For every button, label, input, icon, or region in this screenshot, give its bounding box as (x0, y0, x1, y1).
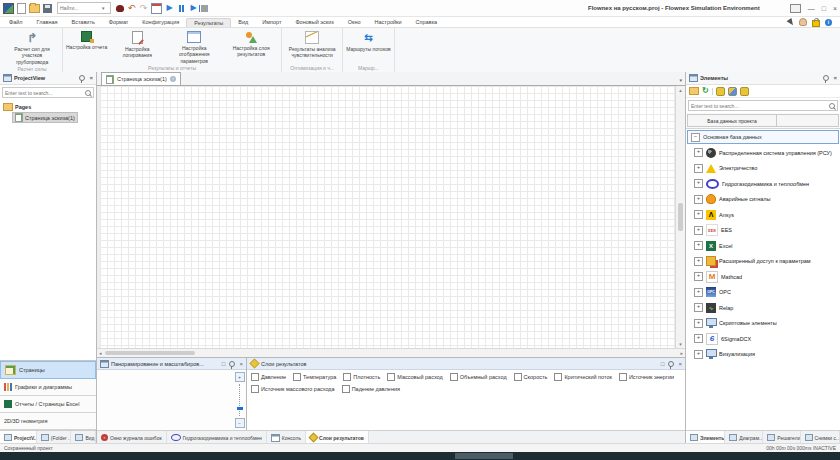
project-search-input[interactable] (5, 90, 74, 96)
main-database-row[interactable]: − Основная база данных (687, 130, 839, 144)
element-category-row[interactable]: +6SigmaDCX (686, 331, 840, 347)
checkbox-icon[interactable] (387, 373, 395, 381)
hand-icon[interactable] (799, 18, 807, 26)
checkbox-icon[interactable] (343, 373, 351, 381)
minimize-button[interactable]: — (808, 5, 815, 12)
vertical-scrollbar[interactable]: ▴ ▾ (675, 86, 685, 348)
zoom-slider-track[interactable] (239, 384, 240, 416)
new-document-icon[interactable] (17, 3, 26, 14)
sensitivity-results-button[interactable]: Результаты анализа чувствительности (285, 29, 339, 59)
solver-ant-icon[interactable] (116, 5, 124, 12)
checkbox-icon[interactable] (619, 373, 627, 381)
menu-item[interactable]: Окно (341, 18, 368, 26)
expand-icon[interactable]: + (694, 288, 703, 297)
close-icon[interactable]: × (89, 75, 93, 81)
expand-icon[interactable]: + (694, 179, 703, 188)
stop-icon[interactable] (201, 5, 208, 12)
zoom-slider-handle[interactable] (237, 407, 243, 410)
menu-item[interactable]: Главная (30, 18, 65, 26)
monitor-icon[interactable] (790, 4, 801, 13)
tab-close-icon[interactable]: × (170, 76, 176, 82)
expand-icon[interactable]: + (694, 303, 703, 312)
layer-checkbox-критический-поток[interactable]: Критический поток (554, 373, 612, 381)
expand-icon[interactable]: + (694, 257, 703, 266)
quick-search-combo[interactable]: ▾ (57, 2, 111, 14)
undo-icon[interactable]: ↶ (127, 4, 136, 13)
element-category-row[interactable]: +Relap (686, 300, 840, 316)
redo-icon[interactable]: ↷ (139, 4, 148, 13)
element-category-row[interactable]: +Скриптовые элементы (686, 316, 840, 332)
element-category-row[interactable]: +Аварийные сигналы (686, 192, 840, 208)
collapse-icon[interactable]: − (691, 133, 700, 142)
pin-icon[interactable] (229, 361, 235, 367)
chevron-down-icon[interactable]: ▾ (102, 5, 106, 11)
tree-node-pages[interactable]: Pages (3, 102, 96, 112)
layer-checkbox-давление[interactable]: Давление (251, 373, 286, 381)
refresh-icon[interactable]: ↻ (702, 87, 709, 95)
play-icon[interactable]: ▶ (165, 4, 174, 13)
menu-item[interactable]: Справка (409, 18, 445, 26)
quick-search-input[interactable] (58, 5, 102, 11)
checkbox-icon[interactable] (251, 373, 259, 381)
restore-button[interactable]: □ (822, 5, 826, 12)
element-category-row[interactable]: +Электричество (686, 161, 840, 177)
close-icon[interactable]: × (239, 361, 243, 367)
layer-checkbox-объемный-расход[interactable]: Объемный расход (450, 373, 507, 381)
menu-item[interactable]: Настройки (368, 18, 409, 26)
layer-checkbox-температура[interactable]: Температура (293, 373, 336, 381)
layer-checkbox-плотность[interactable]: Плотность (343, 373, 380, 381)
expand-icon[interactable]: + (694, 272, 703, 281)
zoom-in-button[interactable]: + (235, 372, 245, 382)
menu-item[interactable]: Вставить (64, 18, 101, 26)
element-category-row[interactable]: +EES (686, 223, 840, 239)
flow-routes-button[interactable]: ⇆Маршруты потоков (346, 29, 390, 52)
pin-icon[interactable] (668, 361, 674, 367)
save-icon[interactable] (43, 4, 52, 13)
float-icon[interactable]: □ (222, 361, 226, 367)
expand-icon[interactable]: + (694, 350, 703, 359)
checkbox-icon[interactable] (450, 373, 458, 381)
cursor-icon[interactable] (787, 17, 796, 26)
element-category-row[interactable]: +Гидрогазодинамика и теплообмен (686, 176, 840, 192)
expand-icon[interactable]: + (694, 210, 703, 219)
lock-icon[interactable] (812, 20, 820, 27)
open-folder-icon[interactable] (29, 4, 40, 13)
menu-item[interactable]: Вид (231, 18, 255, 26)
database-settings-icon[interactable] (740, 87, 749, 96)
layer-checkbox-падение-давления[interactable]: Падение давления (342, 385, 400, 393)
element-category-row[interactable]: +Ansys (686, 207, 840, 223)
pan-zoom-body[interactable]: + − (97, 370, 246, 430)
run-setup-icon[interactable] (151, 3, 162, 14)
layer-checkbox-скорость[interactable]: Скорость (514, 373, 548, 381)
project-view-search[interactable] (2, 87, 94, 98)
checkbox-icon[interactable] (251, 385, 259, 393)
zoom-out-button[interactable]: − (235, 418, 245, 428)
elements-search-input[interactable] (691, 103, 806, 109)
nav-button-2d-3d-геометрия[interactable]: 2D/3D геометрия (0, 413, 96, 430)
pin-icon[interactable] (79, 75, 85, 81)
menu-item[interactable]: Фоновый эскиз (288, 18, 340, 26)
pipe-force-button[interactable]: ↱Расчет сил для участков трубопровода (5, 29, 59, 65)
tab-list-chevron-icon[interactable]: ▾ (679, 77, 682, 83)
horizontal-scrollbar[interactable]: ◂ ▸ (97, 348, 685, 357)
element-category-row[interactable]: +Mathcad (686, 269, 840, 285)
menu-item[interactable]: Формат (102, 18, 136, 26)
elements-search[interactable] (688, 100, 838, 111)
close-icon[interactable]: × (678, 361, 682, 367)
expand-icon[interactable]: + (694, 195, 703, 204)
menu-item[interactable]: Импорт (255, 18, 288, 26)
tab-sketch-page[interactable]: Страница эскиза(1) × (101, 72, 181, 85)
info-icon[interactable]: i (825, 19, 832, 26)
step-icon[interactable]: ▶ (189, 4, 198, 13)
layer-checkbox-источник-массового-расхода[interactable]: Источник массового расхода (251, 385, 335, 393)
menu-item[interactable]: Конфигурация (135, 18, 186, 26)
layer-checkbox-массовый-расход[interactable]: Массовый расход (387, 373, 443, 381)
close-icon[interactable]: × (833, 75, 837, 81)
menu-item[interactable]: Файл (2, 18, 30, 26)
scroll-thumb[interactable] (105, 351, 195, 355)
scroll-down-icon[interactable]: ▾ (679, 341, 682, 347)
result-layer-settings-button[interactable]: Настройка слоя результатов (224, 29, 278, 58)
parameter-display-settings-button[interactable]: Настройка отображения параметров (167, 29, 221, 64)
checkbox-icon[interactable] (293, 373, 301, 381)
database-icon[interactable] (716, 87, 725, 96)
